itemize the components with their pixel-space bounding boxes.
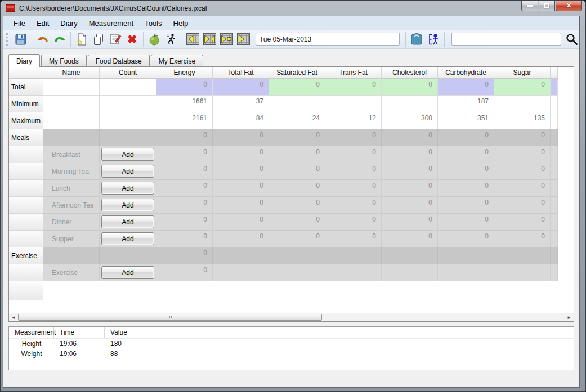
add-exercise-button[interactable]: Add bbox=[101, 266, 154, 279]
exercise-button[interactable] bbox=[163, 31, 180, 48]
diary-cell-carbohydrate: 0 bbox=[438, 163, 494, 180]
diary-cell bbox=[43, 96, 100, 112]
maximize-button[interactable] bbox=[539, 1, 555, 11]
column-header-saturated-fat: Saturated Fat bbox=[269, 67, 325, 79]
row-header: Total bbox=[9, 79, 43, 96]
copy-button[interactable] bbox=[90, 31, 107, 48]
runner-icon bbox=[164, 33, 178, 46]
add-lunch-button[interactable]: Add bbox=[101, 182, 154, 195]
add-height-button[interactable] bbox=[425, 31, 442, 48]
undo-icon bbox=[36, 33, 50, 46]
search-input[interactable] bbox=[451, 33, 561, 46]
window-title: C:\Users\borderer\Documents/JXCirrusCalC… bbox=[19, 4, 521, 12]
add-supper-button[interactable]: Add bbox=[101, 232, 154, 245]
diary-cell-total-fat: 0 bbox=[213, 197, 269, 214]
diary-table: Name Count Energy Total Fat Saturated Fa… bbox=[9, 67, 574, 313]
diary-cell-trans-fat bbox=[325, 96, 382, 112]
diary-cell-energy: 1661 bbox=[156, 96, 213, 112]
save-button[interactable] bbox=[12, 31, 29, 48]
diary-cell-cholesterol: 0 bbox=[382, 231, 438, 247]
tab-my-exercise[interactable]: My Exercise bbox=[151, 55, 203, 66]
diary-cell-total-fat bbox=[213, 264, 269, 281]
column-header-total-fat: Total Fat bbox=[213, 67, 269, 79]
close-button[interactable]: ✕ bbox=[556, 1, 582, 11]
diary-cell-partial bbox=[551, 146, 558, 163]
diary-empty-area bbox=[43, 281, 558, 300]
diary-panel: Name Count Energy Total Fat Saturated Fa… bbox=[8, 66, 574, 322]
date-input[interactable] bbox=[256, 33, 400, 46]
diary-cell-saturated-fat: 0 bbox=[269, 231, 325, 247]
add-afternoon-tea-button[interactable]: Add bbox=[101, 199, 154, 211]
search-button[interactable] bbox=[565, 32, 579, 47]
minimize-button[interactable] bbox=[521, 1, 538, 11]
menu-measurement[interactable]: Measurement bbox=[83, 17, 139, 29]
app-icon bbox=[6, 4, 15, 12]
diary-cell-carbohydrate: 187 bbox=[438, 96, 494, 112]
diary-cell-sugar: 0 bbox=[494, 180, 551, 197]
jump-forward-button[interactable] bbox=[218, 31, 235, 48]
menu-help[interactable]: Help bbox=[168, 17, 194, 29]
diary-cell-partial bbox=[551, 163, 558, 180]
diary-cell-energy: 0 bbox=[156, 180, 213, 197]
menu-edit[interactable]: Edit bbox=[31, 17, 55, 29]
add-dinner-button[interactable]: Add bbox=[101, 215, 154, 228]
undo-button[interactable] bbox=[34, 31, 51, 48]
new-document-icon bbox=[75, 33, 88, 46]
scrollbar-track[interactable] bbox=[322, 313, 565, 321]
tab-food-database[interactable]: Food Database bbox=[88, 55, 150, 66]
scroll-right-arrow[interactable]: ► bbox=[565, 313, 574, 321]
new-entry-button[interactable] bbox=[73, 31, 90, 48]
diary-cell-energy: 0 bbox=[156, 214, 213, 231]
column-header-sugar: Sugar bbox=[494, 67, 551, 79]
row-header: Meals bbox=[9, 129, 43, 146]
column-header-name: Name bbox=[43, 67, 100, 79]
diary-cell-partial bbox=[551, 79, 558, 96]
add-breakfast-button[interactable]: Add bbox=[101, 148, 154, 161]
add-weight-button[interactable] bbox=[408, 31, 425, 48]
column-header-trans-fat: Trans Fat bbox=[325, 67, 382, 79]
scrollbar-thumb[interactable] bbox=[18, 314, 322, 321]
screen: C:\Users\borderer\Documents/JXCirrusCalC… bbox=[0, 0, 586, 392]
measurement-row-height[interactable]: Height 19:06 180 bbox=[9, 339, 574, 349]
diary-cell-partial bbox=[551, 214, 558, 231]
diary-cell-total-fat bbox=[213, 247, 269, 264]
diary-cell-cholesterol: 0 bbox=[382, 163, 438, 180]
diary-cell-sugar: 0 bbox=[494, 163, 551, 180]
diary-cell-trans-fat: 0 bbox=[325, 214, 382, 231]
diary-cell-carbohydrate: 351 bbox=[438, 112, 494, 129]
diary-cell-energy: 0 bbox=[156, 231, 213, 247]
diary-cell-partial bbox=[551, 112, 558, 129]
menu-file[interactable]: File bbox=[8, 17, 31, 29]
diary-cell-partial bbox=[551, 96, 558, 112]
diary-cell-total-fat: 37 bbox=[213, 96, 269, 112]
add-morning-tea-button[interactable]: Add bbox=[101, 165, 154, 178]
diary-cell-cholesterol: 0 bbox=[382, 214, 438, 231]
jump-back-button[interactable] bbox=[202, 31, 218, 48]
toolbar-drag-handle[interactable] bbox=[6, 33, 10, 46]
scroll-left-arrow[interactable]: ◄ bbox=[9, 313, 18, 321]
menu-diary[interactable]: Diary bbox=[55, 17, 83, 29]
edit-button[interactable] bbox=[107, 31, 124, 48]
maximize-icon bbox=[544, 3, 549, 8]
diary-cell-partial bbox=[551, 264, 558, 281]
redo-icon bbox=[53, 33, 66, 46]
column-header-count: Count bbox=[100, 67, 156, 79]
measurement-row-weight[interactable]: Weight 19:06 88 bbox=[9, 349, 574, 359]
delete-button[interactable]: ✖ bbox=[124, 31, 141, 48]
redo-button[interactable] bbox=[51, 31, 68, 48]
diary-cell-energy: 0 bbox=[156, 79, 213, 96]
tab-my-foods[interactable]: My Foods bbox=[41, 55, 87, 66]
tab-diary[interactable]: Diary bbox=[8, 54, 40, 67]
diary-cell bbox=[100, 247, 156, 264]
diary-cell-partial bbox=[551, 180, 558, 197]
diary-cell-count: Add bbox=[100, 231, 156, 247]
diary-cell-trans-fat: 0 bbox=[325, 146, 382, 163]
day-back-button[interactable] bbox=[185, 31, 202, 48]
diary-cell-energy: 0 bbox=[156, 163, 213, 180]
height-person-icon bbox=[427, 33, 440, 46]
diary-cell-cholesterol bbox=[382, 247, 438, 264]
day-forward-button[interactable] bbox=[235, 31, 252, 48]
food-button[interactable] bbox=[146, 31, 163, 48]
column-header bbox=[9, 67, 43, 79]
menu-tools[interactable]: Tools bbox=[139, 17, 167, 29]
